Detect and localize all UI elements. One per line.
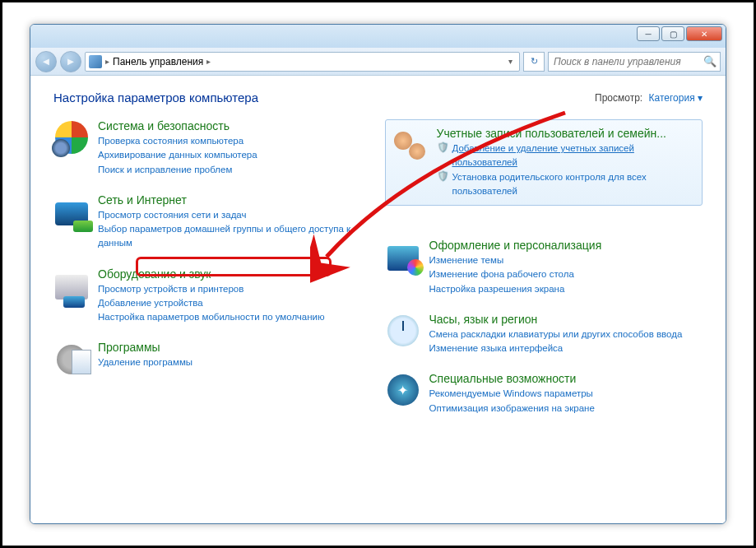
- appearance-icon: [385, 239, 421, 275]
- sublink-devices[interactable]: Просмотр устройств и принтеров: [98, 282, 372, 296]
- breadcrumb-root[interactable]: Панель управления: [113, 56, 203, 67]
- category-programs: Программы Удаление программы: [53, 341, 372, 377]
- category-title[interactable]: Система и безопасность: [98, 119, 372, 132]
- shield-icon: 🛡️: [437, 142, 449, 155]
- view-label: Просмотр:: [595, 92, 642, 104]
- sublink-check-status[interactable]: Проверка состояния компьютера: [98, 134, 372, 148]
- control-panel-window: ─ ▢ ✕ ◄ ► ▸ Панель управления ▸ ▾ ↻ 🔍 На…: [30, 24, 726, 524]
- sublink-recommended[interactable]: Рекомендуемые Windows параметры: [429, 387, 703, 401]
- shield-icon: 🛡️: [437, 170, 449, 183]
- content-area: Настройка параметров компьютера Просмотр…: [30, 76, 726, 523]
- sublink-add-device[interactable]: Добавление устройства: [98, 296, 372, 310]
- sublink-theme[interactable]: Изменение темы: [429, 253, 703, 267]
- sublink-keyboard-layout[interactable]: Смена раскладки клавиатуры или других сп…: [429, 327, 703, 341]
- sublink-network-status[interactable]: Просмотр состояния сети и задач: [98, 208, 372, 222]
- maximize-button[interactable]: ▢: [661, 26, 684, 41]
- navbar: ◄ ► ▸ Панель управления ▸ ▾ ↻ 🔍: [30, 48, 726, 76]
- sublink-parental-controls[interactable]: Установка родительского контроля для все…: [452, 170, 696, 199]
- clock-icon: [385, 313, 421, 349]
- sublink-add-remove-accounts[interactable]: Добавление и удаление учетных записей по…: [452, 142, 696, 170]
- view-by: Просмотр: Категория ▾: [595, 92, 703, 104]
- sublink-resolution[interactable]: Настройка разрешения экрана: [429, 282, 703, 296]
- search-icon[interactable]: 🔍: [703, 55, 717, 67]
- sublink-troubleshoot[interactable]: Поиск и исправление проблем: [98, 163, 372, 177]
- category-title[interactable]: Сеть и Интернет: [98, 193, 372, 207]
- sublink-wallpaper[interactable]: Изменение фона рабочего стола: [429, 267, 703, 281]
- control-panel-icon: [89, 55, 102, 68]
- category-network: Сеть и Интернет Просмотр состояния сети …: [53, 193, 372, 251]
- category-user-accounts-highlighted: Учетные записи пользователей и семейн...…: [385, 119, 703, 206]
- minimize-button[interactable]: ─: [637, 26, 660, 41]
- programs-icon: [53, 341, 90, 377]
- category-title[interactable]: Учетные записи пользователей и семейн...: [437, 127, 696, 140]
- sublink-backup[interactable]: Архивирование данных компьютера: [98, 148, 372, 162]
- view-mode-dropdown[interactable]: Категория ▾: [649, 92, 703, 104]
- category-accessibility: ✦ Специальные возможности Рекомендуемые …: [385, 372, 703, 416]
- search-box[interactable]: 🔍: [548, 52, 721, 72]
- page-title: Настройка параметров компьютера: [53, 91, 258, 104]
- category-clock-region: Часы, язык и регион Смена раскладки клав…: [385, 313, 703, 356]
- close-button[interactable]: ✕: [686, 26, 722, 41]
- breadcrumb-arrow-icon: ▸: [206, 57, 211, 66]
- refresh-button[interactable]: ↻: [523, 52, 545, 72]
- address-dropdown-icon[interactable]: ▾: [505, 57, 516, 66]
- category-title[interactable]: Оформление и персонализация: [429, 239, 703, 252]
- titlebar: ─ ▢ ✕: [30, 25, 726, 48]
- system-security-icon: [53, 119, 90, 156]
- sublink-mobility[interactable]: Настройка параметров мобильности по умол…: [98, 310, 372, 324]
- category-title[interactable]: Часы, язык и регион: [429, 313, 703, 326]
- right-column: Учетные записи пользователей и семейн...…: [385, 119, 703, 416]
- category-title[interactable]: Специальные возможности: [429, 372, 703, 385]
- sublink-optimize-display[interactable]: Оптимизация изображения на экране: [429, 402, 703, 416]
- breadcrumb-arrow-icon: ▸: [105, 57, 109, 66]
- category-system-security: Система и безопасность Проверка состояни…: [53, 119, 372, 177]
- network-icon: [53, 193, 90, 230]
- sublink-uninstall[interactable]: Удаление программы: [98, 355, 372, 369]
- search-input[interactable]: [552, 55, 703, 68]
- left-column: Система и безопасность Проверка состояни…: [53, 119, 372, 416]
- address-bar[interactable]: ▸ Панель управления ▸ ▾: [85, 52, 520, 72]
- back-button[interactable]: ◄: [35, 51, 57, 72]
- category-title[interactable]: Оборудование и звук: [98, 267, 372, 281]
- category-appearance: Оформление и персонализация Изменение те…: [385, 239, 703, 296]
- category-title[interactable]: Программы: [98, 341, 372, 354]
- forward-button[interactable]: ►: [60, 51, 81, 72]
- user-accounts-icon: [392, 127, 429, 163]
- hardware-icon: [53, 267, 90, 304]
- sublink-homegroup[interactable]: Выбор параметров домашней группы и общег…: [98, 222, 372, 251]
- category-hardware: Оборудование и звук Просмотр устройств и…: [53, 267, 372, 325]
- sublink-language[interactable]: Изменение языка интерфейса: [429, 341, 703, 355]
- accessibility-icon: ✦: [385, 372, 421, 408]
